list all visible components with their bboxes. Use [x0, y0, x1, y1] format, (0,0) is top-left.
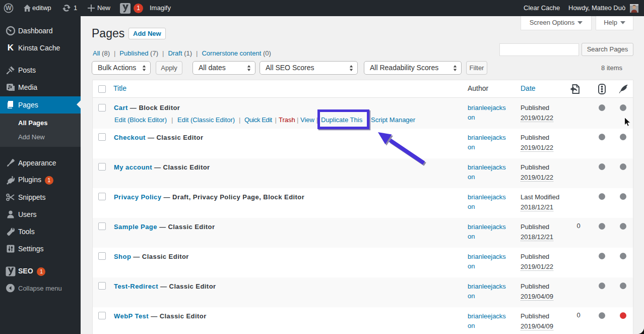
- svg-text:W: W: [6, 5, 12, 12]
